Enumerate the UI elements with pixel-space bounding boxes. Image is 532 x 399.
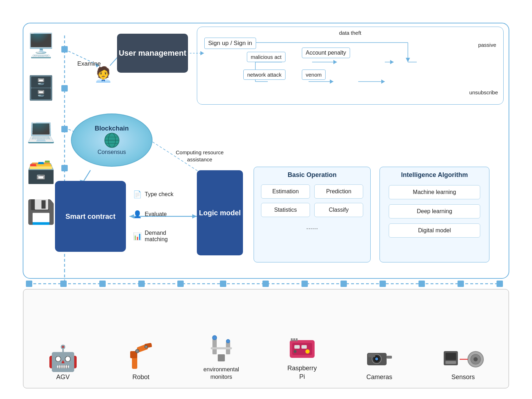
type-check-item: 📄 Type check [133, 190, 190, 199]
examine-person-icon: 🧑‍💼 [94, 66, 112, 83]
server-rack-icon: 🗄️ [27, 74, 55, 101]
svg-point-66 [135, 349, 139, 353]
svg-rect-91 [445, 361, 456, 364]
top-right-flow-box: Sign up / Sign in data theft malicious a… [197, 27, 504, 105]
machine-learning-item: Machine learning [389, 185, 480, 199]
svg-rect-80 [291, 338, 293, 341]
unsubscribe-label: unsubscribe [469, 89, 498, 95]
intelligence-algorithm-title: Intelligence Algorithm [380, 167, 489, 182]
svg-rect-42 [26, 281, 32, 287]
statistics-cell: Statistics [261, 203, 310, 217]
svg-rect-62 [132, 356, 137, 369]
cameras-icon [365, 346, 394, 371]
svg-rect-68 [218, 354, 225, 361]
cameras-device: Cameras [365, 346, 394, 381]
svg-rect-4 [61, 165, 68, 171]
basic-operation-grid: Estimation Prediction Statistics Classif… [254, 182, 370, 220]
agv-icon: 🤖 [48, 346, 78, 371]
bottom-devices-section: 🤖 AGV Robot [23, 289, 509, 388]
svg-rect-76 [294, 345, 300, 349]
logic-model-box: Logic model [197, 170, 243, 255]
agv-device: 🤖 AGV [48, 346, 78, 381]
devices-row: 🤖 AGV Robot [23, 289, 509, 388]
estimation-cell: Estimation [261, 184, 310, 199]
laptop-icon: 💾 [27, 199, 55, 226]
agv-label: AGV [56, 373, 70, 381]
server-icon: 🖥️ [27, 32, 55, 59]
network-attack-label: network attack [243, 70, 286, 80]
sensors-label: Sensors [451, 373, 475, 381]
env-monitors-device: environmentalmonitors [204, 335, 239, 381]
svg-rect-1 [61, 46, 68, 52]
svg-rect-2 [61, 85, 68, 92]
svg-rect-51 [379, 281, 386, 287]
more-ops-dots: ...... [254, 220, 370, 234]
consensus-label: Consensus [98, 149, 126, 155]
database-icon: 🗃️ [27, 158, 55, 185]
svg-rect-49 [301, 281, 308, 287]
robot-device: Robot [127, 342, 155, 381]
classify-cell: Classify [314, 203, 363, 217]
type-check-label: Type check [145, 191, 173, 198]
demand-matching-item: 📊 Demandmatching [133, 230, 190, 243]
robot-label: Robot [132, 373, 149, 381]
deep-learning-item: Deep learning [389, 204, 480, 218]
svg-rect-52 [419, 281, 425, 287]
svg-point-86 [375, 358, 378, 360]
sc-operations-list: 📄 Type check 👤 Evaluate 📊 Demandmatching [133, 181, 190, 252]
svg-rect-50 [340, 281, 347, 287]
svg-rect-43 [60, 281, 67, 287]
svg-rect-82 [296, 338, 298, 341]
env-monitors-icon [207, 335, 235, 363]
globe-icon [104, 132, 120, 148]
logic-model-label: Logic model [199, 208, 241, 217]
svg-point-94 [473, 357, 478, 361]
demand-matching-label: Demandmatching [145, 230, 168, 243]
sign-up-label: Sign up / Sign in [204, 38, 256, 49]
raspberry-pi-device: RaspberryPi [287, 337, 317, 381]
svg-point-79 [294, 350, 297, 353]
svg-rect-87 [387, 356, 392, 359]
blockchain-ellipse: Blockchain Consensus [71, 113, 153, 167]
sensors-device: Sensors [442, 346, 484, 381]
digital-model-item: Digital model [389, 223, 480, 238]
raspberry-pi-icon [288, 337, 316, 361]
svg-rect-45 [138, 281, 145, 287]
svg-rect-73 [211, 347, 232, 349]
user-management-label: User management [119, 48, 187, 59]
user-management-box: User management [117, 34, 188, 73]
svg-rect-44 [99, 281, 106, 287]
svg-rect-54 [497, 281, 503, 287]
svg-rect-77 [301, 345, 307, 349]
malicious-act-label: malicious act [247, 52, 286, 62]
svg-point-67 [145, 345, 148, 348]
svg-rect-3 [61, 126, 68, 132]
svg-rect-53 [458, 281, 464, 287]
demand-matching-icon: 📊 [133, 232, 142, 240]
env-monitors-label: environmentalmonitors [204, 366, 239, 381]
svg-point-71 [212, 336, 217, 340]
svg-rect-81 [293, 338, 295, 341]
svg-marker-38 [192, 214, 197, 218]
svg-rect-47 [220, 281, 226, 287]
svg-rect-90 [445, 353, 456, 360]
svg-rect-46 [177, 281, 184, 287]
algo-items-list: Machine learning Deep learning Digital m… [380, 182, 489, 241]
svg-rect-88 [368, 354, 375, 357]
smart-contract-box: Smart contract [55, 181, 126, 252]
diagram-container: Examine 🧑‍💼 User management Sign up / Si… [0, 0, 532, 399]
account-penalty-label: Account penalty [302, 48, 350, 58]
cameras-label: Cameras [366, 373, 392, 381]
svg-point-78 [305, 349, 310, 354]
passive-label: passive [478, 42, 496, 48]
smart-contract-label: Smart contract [65, 212, 115, 221]
evaluate-item: 👤 Evaluate [133, 210, 190, 218]
blockchain-label: Blockchain [95, 125, 129, 132]
svg-rect-48 [262, 281, 269, 287]
basic-operation-box: Basic Operation Estimation Prediction St… [254, 167, 371, 262]
svg-point-72 [226, 339, 230, 343]
basic-operation-title: Basic Operation [254, 167, 370, 182]
type-check-icon: 📄 [133, 190, 142, 199]
evaluate-label: Evaluate [145, 211, 167, 217]
venom-label: venom [302, 70, 326, 80]
